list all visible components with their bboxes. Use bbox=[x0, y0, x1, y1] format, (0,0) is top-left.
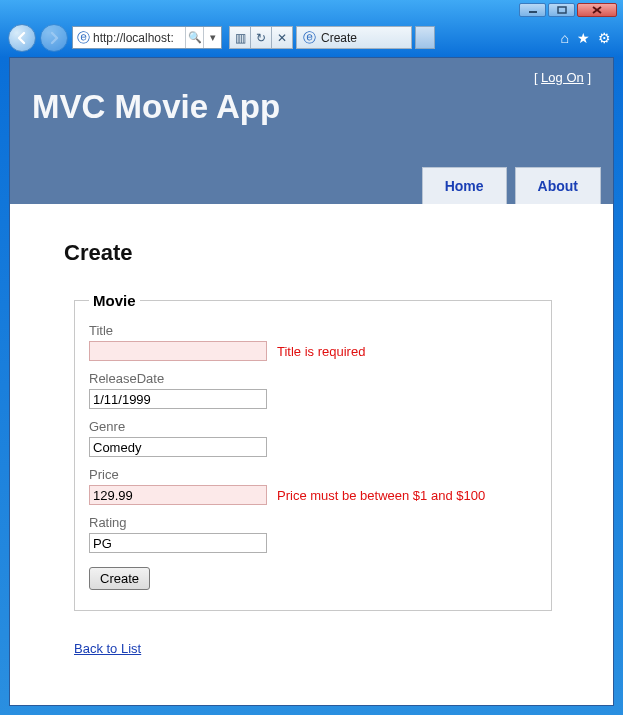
browser-tab[interactable]: ⓔ Create bbox=[296, 26, 412, 49]
refresh-button[interactable]: ↻ bbox=[250, 26, 272, 49]
create-button[interactable]: Create bbox=[89, 567, 150, 590]
label-rating: Rating bbox=[89, 515, 537, 530]
fieldset-legend: Movie bbox=[89, 292, 140, 309]
window-titlebar bbox=[0, 0, 623, 20]
arrow-right-icon bbox=[47, 31, 61, 45]
tab-favicon-icon: ⓔ bbox=[303, 29, 316, 47]
minimize-button[interactable] bbox=[519, 3, 546, 17]
main-content: Create Movie Title Title is required Rel… bbox=[10, 204, 613, 667]
page-break-icon: ▥ bbox=[235, 31, 246, 45]
search-icon[interactable]: 🔍 bbox=[185, 27, 203, 48]
page-viewport: [ Log On ] MVC Movie App Home About Crea… bbox=[9, 57, 614, 706]
url-input[interactable] bbox=[93, 28, 185, 47]
command-bar: ⌂ ★ ⚙ bbox=[561, 30, 617, 46]
compat-view-button[interactable]: ▥ bbox=[229, 26, 251, 49]
login-area: [ Log On ] bbox=[534, 70, 591, 85]
address-bar[interactable]: ⓔ 🔍 ▾ bbox=[72, 26, 222, 49]
ie-favicon-icon: ⓔ bbox=[73, 29, 93, 47]
stop-icon: ✕ bbox=[277, 31, 287, 45]
tab-title: Create bbox=[321, 31, 357, 45]
new-tab-button[interactable] bbox=[415, 26, 435, 49]
input-genre[interactable] bbox=[89, 437, 267, 457]
menu-about[interactable]: About bbox=[515, 167, 601, 204]
page-heading: Create bbox=[64, 240, 583, 266]
label-genre: Genre bbox=[89, 419, 537, 434]
label-releasedate: ReleaseDate bbox=[89, 371, 537, 386]
error-price: Price must be between $1 and $100 bbox=[277, 488, 485, 503]
label-price: Price bbox=[89, 467, 537, 482]
main-menu: Home About bbox=[422, 167, 601, 204]
window-controls bbox=[519, 3, 617, 17]
menu-home[interactable]: Home bbox=[422, 167, 507, 204]
site-title: MVC Movie App bbox=[32, 88, 280, 126]
site-header: [ Log On ] MVC Movie App Home About bbox=[10, 58, 613, 204]
favorites-icon[interactable]: ★ bbox=[577, 30, 590, 46]
label-title: Title bbox=[89, 323, 537, 338]
input-title[interactable] bbox=[89, 341, 267, 361]
movie-fieldset: Movie Title Title is required ReleaseDat… bbox=[74, 292, 552, 611]
tools-icon[interactable]: ⚙ bbox=[598, 30, 611, 46]
input-releasedate[interactable] bbox=[89, 389, 267, 409]
back-button[interactable] bbox=[8, 24, 36, 52]
forward-button[interactable] bbox=[40, 24, 68, 52]
dropdown-icon[interactable]: ▾ bbox=[203, 27, 221, 48]
stop-button[interactable]: ✕ bbox=[271, 26, 293, 49]
input-price[interactable] bbox=[89, 485, 267, 505]
error-title: Title is required bbox=[277, 344, 365, 359]
browser-toolbar: ⓔ 🔍 ▾ ▥ ↻ ✕ ⓔ Create ⌂ ★ ⚙ bbox=[0, 20, 623, 55]
refresh-icon: ↻ bbox=[256, 31, 266, 45]
maximize-button[interactable] bbox=[548, 3, 575, 17]
toolbar-buttons: ▥ ↻ ✕ bbox=[230, 26, 293, 49]
svg-rect-1 bbox=[558, 7, 566, 13]
back-to-list-link[interactable]: Back to List bbox=[74, 641, 141, 656]
input-rating[interactable] bbox=[89, 533, 267, 553]
arrow-left-icon bbox=[15, 31, 29, 45]
home-icon[interactable]: ⌂ bbox=[561, 30, 569, 46]
logon-link[interactable]: Log On bbox=[541, 70, 584, 85]
close-button[interactable] bbox=[577, 3, 617, 17]
browser-window: ⓔ 🔍 ▾ ▥ ↻ ✕ ⓔ Create ⌂ ★ ⚙ [ Log On ] MV… bbox=[0, 0, 623, 715]
